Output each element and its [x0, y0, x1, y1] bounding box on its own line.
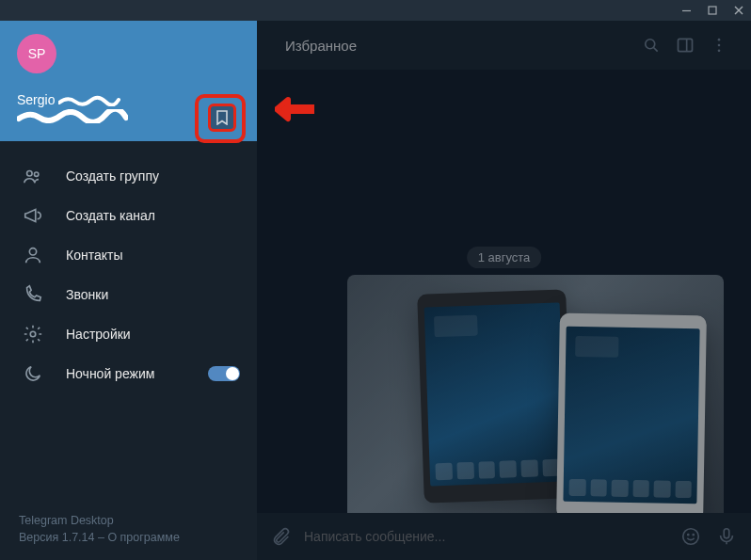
attach-button[interactable]: [268, 526, 295, 547]
svg-point-12: [718, 39, 721, 41]
message-image[interactable]: [347, 275, 724, 513]
menu-create-channel[interactable]: Создать канал: [0, 196, 257, 235]
menu-contacts[interactable]: Контакты: [0, 235, 257, 275]
menu-create-group[interactable]: Создать группу: [0, 156, 257, 196]
minimize-button[interactable]: [679, 6, 693, 16]
maximize-button[interactable]: [706, 6, 719, 15]
menu-calls[interactable]: Звонки: [0, 275, 257, 314]
svg-point-15: [683, 529, 699, 545]
chat-panel: Избранное 1 августа: [257, 21, 751, 560]
svg-point-4: [27, 171, 32, 177]
svg-point-6: [29, 248, 36, 255]
svg-point-16: [688, 535, 689, 536]
person-icon: [23, 245, 43, 265]
close-button[interactable]: [732, 6, 745, 15]
menu-label: Звонки: [66, 287, 108, 302]
svg-point-8: [646, 40, 655, 49]
window-titlebar: [0, 0, 751, 21]
about-link[interactable]: О программе: [107, 531, 179, 544]
profile-header[interactable]: SP Sergio: [0, 21, 257, 141]
search-icon: [642, 36, 661, 55]
date-badge: 1 августа: [467, 247, 542, 268]
svg-point-14: [718, 50, 721, 53]
panel-icon: [676, 36, 695, 55]
menu-label: Контакты: [66, 248, 122, 263]
svg-point-7: [30, 331, 36, 337]
compose-bar: [257, 513, 751, 560]
moon-icon: [23, 363, 43, 384]
sidebar-footer: Telegram Desktop Версия 1.7.14 – О прогр…: [0, 501, 257, 561]
night-mode-toggle[interactable]: [208, 366, 240, 381]
paperclip-icon: [271, 526, 292, 547]
tablet-illustration: [417, 289, 573, 503]
svg-point-13: [718, 44, 721, 47]
svg-rect-1: [709, 7, 716, 14]
search-button[interactable]: [634, 36, 668, 55]
gear-icon: [23, 324, 43, 344]
tablet-illustration: [556, 313, 707, 513]
svg-line-9: [654, 48, 658, 52]
menu-label: Настройки: [66, 327, 131, 342]
group-icon: [23, 166, 43, 186]
menu-list: Создать группу Создать канал Контакты Зв…: [0, 141, 257, 501]
menu-night-mode[interactable]: Ночной режим: [0, 354, 257, 393]
menu-label: Создать канал: [66, 208, 155, 223]
more-vertical-icon: [710, 36, 728, 55]
bookmark-icon: [216, 110, 229, 125]
chat-title[interactable]: Избранное: [272, 38, 634, 54]
app-name: Telegram Desktop: [19, 512, 238, 530]
redaction-mark: [17, 109, 128, 123]
emoji-button[interactable]: [678, 526, 704, 547]
redaction-mark: [58, 94, 120, 106]
avatar: SP: [17, 34, 56, 73]
more-button[interactable]: [702, 36, 736, 55]
version-line: Версия 1.7.14 – О программе: [19, 529, 238, 547]
side-panel-button[interactable]: [668, 36, 702, 55]
saved-messages-button[interactable]: [208, 104, 236, 132]
menu-settings[interactable]: Настройки: [0, 314, 257, 354]
microphone-icon: [716, 526, 737, 547]
voice-button[interactable]: [713, 526, 740, 547]
svg-point-17: [693, 535, 694, 536]
menu-label: Ночной режим: [66, 366, 154, 381]
chat-header: Избранное: [257, 21, 751, 70]
phone-icon: [23, 284, 43, 305]
svg-rect-18: [724, 529, 729, 538]
menu-label: Создать группу: [66, 168, 159, 184]
megaphone-icon: [23, 205, 43, 226]
svg-point-5: [34, 172, 38, 176]
chat-body[interactable]: 1 августа: [257, 70, 751, 513]
smile-icon: [680, 526, 701, 547]
svg-rect-10: [679, 39, 693, 51]
sidebar-menu: SP Sergio Создать группу Создать канал: [0, 21, 257, 560]
message-input[interactable]: [304, 529, 668, 544]
